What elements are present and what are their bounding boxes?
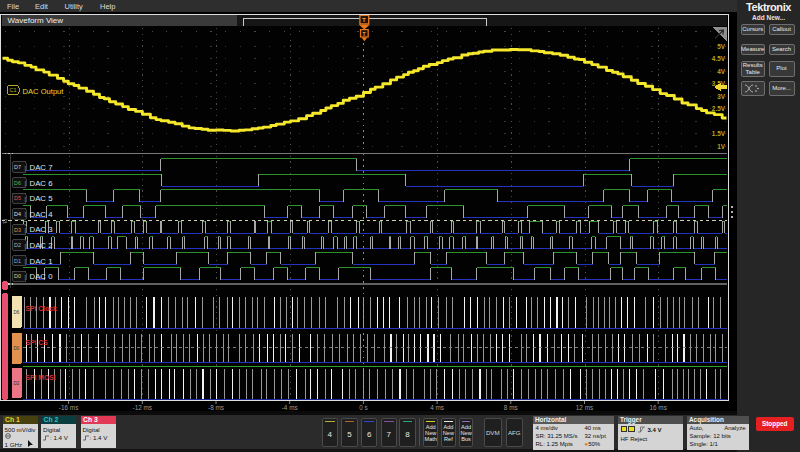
svg-text:D7: D7	[14, 164, 21, 170]
svg-text:SPI CS: SPI CS	[25, 339, 48, 346]
svg-text:3V: 3V	[717, 93, 726, 100]
svg-text:4 ms: 4 ms	[430, 404, 444, 411]
svg-text:-4 ms: -4 ms	[282, 404, 298, 411]
svg-text:4.5V: 4.5V	[711, 55, 725, 62]
svg-text:D4: D4	[14, 211, 21, 217]
svg-text:SPI MOSI: SPI MOSI	[25, 374, 55, 381]
svg-text:Waveform View: Waveform View	[7, 16, 63, 25]
svg-text:SPI Clock: SPI Clock	[25, 305, 57, 312]
svg-text:T: T	[362, 17, 366, 23]
svg-text:4V: 4V	[717, 68, 726, 75]
svg-text:T: T	[362, 31, 365, 37]
svg-text:2.5V: 2.5V	[711, 105, 725, 112]
svg-text:DAC 2: DAC 2	[29, 241, 52, 250]
svg-text:(2: (2	[2, 218, 7, 224]
svg-text:D2: D2	[14, 242, 21, 248]
svg-text:16 ms: 16 ms	[649, 404, 666, 411]
svg-text:D5: D5	[14, 195, 21, 201]
svg-text:DAC 7: DAC 7	[29, 163, 52, 172]
svg-text:12 ms: 12 ms	[576, 404, 593, 411]
svg-text:8 ms: 8 ms	[504, 404, 518, 411]
svg-text:-16 ms: -16 ms	[59, 404, 79, 411]
svg-text:D0: D0	[14, 273, 21, 279]
svg-text:0 s: 0 s	[359, 404, 368, 411]
svg-text:1.5V: 1.5V	[711, 130, 725, 137]
svg-text:5V: 5V	[717, 43, 726, 50]
svg-text:-12 ms: -12 ms	[133, 404, 153, 411]
svg-text:D3: D3	[14, 227, 21, 233]
svg-text:DAC 3: DAC 3	[29, 225, 52, 234]
svg-text:DAC 4: DAC 4	[29, 210, 53, 219]
svg-text:C1: C1	[9, 87, 16, 93]
svg-text:DAC 1: DAC 1	[29, 257, 52, 266]
svg-text:-8 ms: -8 ms	[208, 404, 224, 411]
svg-text:DAC 0: DAC 0	[29, 272, 53, 281]
svg-text:D0: D0	[13, 346, 19, 351]
svg-text:D2: D2	[13, 381, 19, 386]
svg-text:D6: D6	[14, 180, 21, 186]
svg-text:D6: D6	[13, 310, 19, 315]
svg-text:DAC 6: DAC 6	[29, 179, 52, 188]
svg-text:DAC 5: DAC 5	[29, 194, 53, 203]
svg-text:1V: 1V	[717, 143, 726, 150]
svg-text:DAC Output: DAC Output	[22, 87, 64, 96]
svg-text:D1: D1	[14, 258, 21, 264]
